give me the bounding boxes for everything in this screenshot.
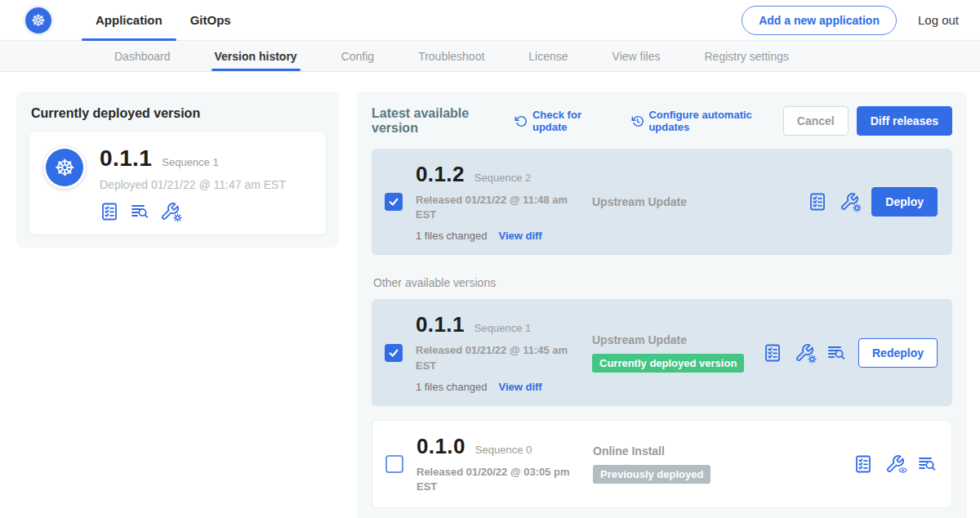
subnav-license[interactable]: License: [528, 41, 568, 71]
check-for-update-link[interactable]: Check for update: [514, 109, 611, 133]
latest-available-title: Latest available version: [372, 106, 506, 136]
top-nav: ☸ Application GitOps Add a new applicati…: [0, 0, 980, 41]
app-icon: ☸: [42, 145, 87, 190]
latest-available-header: Latest available version Check for updat…: [372, 106, 952, 136]
preflight-checks-icon[interactable]: [808, 192, 827, 212]
currently-deployed-title: Currently deployed version: [31, 106, 326, 121]
source-label: Online Install: [593, 444, 840, 458]
subnav-dashboard[interactable]: Dashboard: [114, 41, 171, 71]
deployed-card-body: 0.1.1 Sequence 1 Deployed 01/21/22 @ 11:…: [100, 145, 286, 221]
top-nav-right: Add a new application Log out: [742, 6, 959, 35]
edit-config-icon[interactable]: [160, 202, 180, 221]
deployed-version-number: 0.1.1: [100, 145, 152, 172]
files-changed-label: 1 files changed: [416, 381, 487, 393]
currently-deployed-panel: Currently deployed version ☸ 0.1.1 Seque…: [16, 92, 339, 248]
currently-deployed-badge: Currently deployed version: [592, 354, 744, 373]
other-versions-heading: Other available versions: [373, 276, 952, 289]
deployed-sequence-label: Sequence 1: [162, 156, 218, 168]
version-checkbox[interactable]: [385, 455, 403, 473]
checkmark-icon: [388, 196, 399, 208]
add-new-application-button[interactable]: Add a new application: [742, 6, 897, 35]
version-checkbox[interactable]: [385, 344, 403, 362]
version-info: 0.1.1 Sequence 1 Released 01/21/22 @ 11:…: [416, 312, 579, 392]
released-timestamp: Released 01/21/22 @ 11:45 am EST: [416, 343, 571, 373]
subnav-troubleshoot[interactable]: Troubleshoot: [418, 41, 484, 71]
version-actions: Redeploy: [763, 338, 939, 368]
preflight-checks-icon[interactable]: [853, 454, 873, 474]
clock-refresh-icon: [631, 114, 644, 128]
version-source: Upstream Update Currently deployed versi…: [592, 333, 750, 373]
deployed-timestamp: Deployed 01/21/22 @ 11:47 am EST: [100, 178, 286, 191]
files-changed-label: 1 files changed: [416, 230, 487, 242]
preflight-checks-icon[interactable]: [763, 343, 782, 363]
sequence-label: Sequence 1: [474, 322, 531, 334]
edit-config-icon[interactable]: [840, 192, 859, 212]
tab-application[interactable]: Application: [82, 0, 176, 41]
subnav-registry-settings[interactable]: Registry settings: [704, 41, 788, 71]
deployed-version-card: ☸ 0.1.1 Sequence 1 Deployed 01/21/22 @ 1…: [29, 132, 326, 234]
app-subnav: Dashboard Version history Config Trouble…: [0, 41, 980, 72]
subnav-view-files[interactable]: View files: [612, 41, 661, 71]
deploy-logs-icon[interactable]: [130, 202, 149, 221]
version-number: 0.1.0: [416, 434, 466, 459]
version-row-0-1-0: 0.1.0 Sequence 0 Released 01/20/22 @ 03:…: [372, 420, 952, 508]
refresh-icon: [514, 114, 528, 128]
view-diff-link[interactable]: View diff: [498, 381, 541, 393]
diff-releases-button[interactable]: Diff releases: [857, 106, 952, 136]
version-info: 0.1.2 Sequence 2 Released 01/21/22 @ 11:…: [416, 162, 579, 242]
configure-automatic-updates-link[interactable]: Configure automatic updates: [631, 109, 783, 133]
sequence-label: Sequence 2: [474, 172, 531, 184]
kubernetes-wheel-icon: ☸: [25, 7, 51, 33]
version-actions: Deploy: [808, 187, 939, 217]
deploy-logs-icon[interactable]: [826, 343, 846, 363]
version-number: 0.1.2: [416, 162, 465, 187]
version-source: Online Install Previously deployed: [593, 444, 840, 484]
version-row-0-1-1: 0.1.1 Sequence 1 Released 01/21/22 @ 11:…: [372, 299, 952, 405]
view-config-icon[interactable]: [885, 454, 905, 474]
source-label: Upstream Update: [592, 333, 750, 346]
released-timestamp: Released 01/20/22 @ 03:05 pm EST: [416, 465, 572, 494]
tab-gitops[interactable]: GitOps: [176, 0, 245, 41]
logout-link[interactable]: Log out: [918, 13, 959, 27]
version-row-0-1-2: 0.1.2 Sequence 2 Released 01/21/22 @ 11:…: [372, 149, 952, 255]
kubernetes-wheel-icon: ☸: [46, 149, 83, 186]
deploy-button[interactable]: Deploy: [871, 187, 938, 217]
released-timestamp: Released 01/21/22 @ 11:48 am EST: [416, 193, 571, 222]
redeploy-button[interactable]: Redeploy: [858, 338, 938, 368]
view-diff-link[interactable]: View diff: [498, 230, 541, 242]
version-number: 0.1.1: [416, 312, 465, 337]
version-history-panel: Latest available version Check for updat…: [357, 92, 967, 518]
version-source: Upstream Update: [592, 195, 795, 208]
source-label: Upstream Update: [592, 195, 795, 208]
kubernetes-logo: ☸: [23, 5, 54, 36]
main-content: Currently deployed version ☸ 0.1.1 Seque…: [0, 72, 980, 518]
preflight-checks-icon[interactable]: [100, 202, 119, 221]
version-info: 0.1.0 Sequence 0 Released 01/20/22 @ 03:…: [416, 434, 580, 494]
previously-deployed-badge: Previously deployed: [593, 465, 710, 484]
cancel-button[interactable]: Cancel: [783, 106, 849, 136]
sequence-label: Sequence 0: [475, 444, 532, 456]
deploy-logs-icon[interactable]: [917, 454, 937, 474]
version-actions: [853, 454, 938, 474]
subnav-version-history[interactable]: Version history: [215, 41, 297, 71]
version-checkbox[interactable]: [385, 193, 403, 211]
subnav-config[interactable]: Config: [341, 41, 374, 71]
edit-config-icon[interactable]: [795, 343, 814, 363]
checkmark-icon: [388, 347, 399, 359]
